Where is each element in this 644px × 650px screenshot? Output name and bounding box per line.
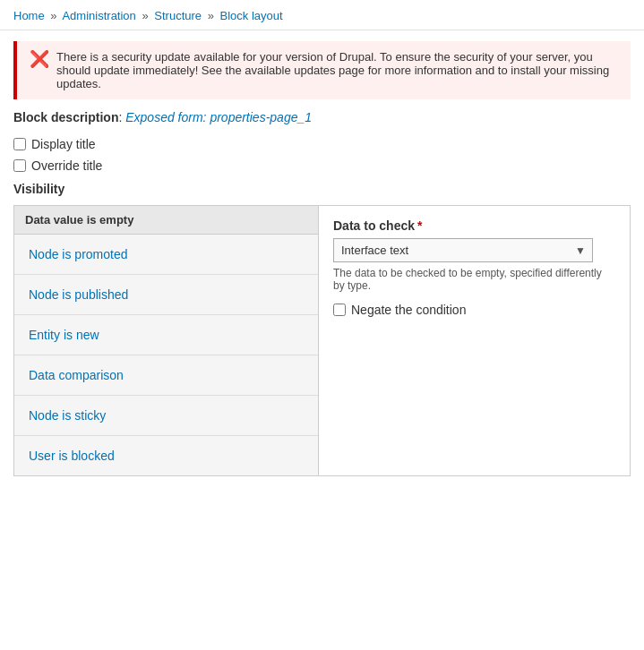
override-title-row: Override title	[13, 158, 631, 173]
block-description-value: Exposed form: properties-page_1	[125, 110, 312, 124]
list-item-entity-new[interactable]: Entity is new	[14, 315, 318, 355]
breadcrumb-administration[interactable]: Administration	[62, 9, 135, 22]
list-header: Data value is empty	[14, 206, 318, 235]
breadcrumb-structure[interactable]: Structure	[154, 9, 202, 22]
data-to-check-label: Data to check*	[333, 218, 615, 233]
breadcrumb-block-layout[interactable]: Block layout	[220, 9, 283, 22]
list-item-user-blocked[interactable]: User is blocked	[14, 436, 318, 475]
data-to-check-select[interactable]: Interface text Content Node title User r…	[333, 238, 593, 262]
list-item-data-comparison[interactable]: Data comparison	[14, 355, 318, 396]
display-title-label[interactable]: Display title	[31, 137, 96, 151]
alert-banner: ❌ There is a security update available f…	[13, 41, 631, 99]
page-content: Block description: Exposed form: propert…	[0, 110, 644, 476]
block-description-label: Block description	[13, 110, 118, 124]
block-description: Block description: Exposed form: propert…	[13, 110, 631, 124]
override-title-label[interactable]: Override title	[31, 158, 102, 173]
data-to-check-select-wrapper: Interface text Content Node title User r…	[333, 238, 593, 262]
breadcrumb-home[interactable]: Home	[13, 9, 45, 22]
data-to-check-description: The data to be checked to be empty, spec…	[333, 267, 615, 292]
visibility-container: Data value is empty Node is promoted Nod…	[13, 205, 631, 476]
display-title-checkbox[interactable]	[13, 138, 26, 150]
negate-label[interactable]: Negate the condition	[351, 303, 466, 317]
left-column: Data value is empty Node is promoted Nod…	[14, 206, 319, 475]
negate-row: Negate the condition	[333, 303, 615, 317]
list-item-node-sticky[interactable]: Node is sticky	[14, 396, 318, 436]
visibility-heading: Visibility	[13, 182, 631, 196]
breadcrumb: Home » Administration » Structure » Bloc…	[0, 0, 644, 30]
negate-checkbox[interactable]	[333, 304, 346, 316]
override-title-checkbox[interactable]	[13, 159, 26, 172]
breadcrumb-sep-2: »	[142, 9, 148, 22]
display-title-row: Display title	[13, 137, 631, 151]
alert-message: There is a security update available for…	[56, 50, 618, 90]
breadcrumb-sep-1: »	[50, 9, 56, 22]
list-item-node-promoted[interactable]: Node is promoted	[14, 235, 318, 275]
breadcrumb-sep-3: »	[208, 9, 214, 22]
list-item-node-published[interactable]: Node is published	[14, 275, 318, 315]
right-column: Data to check* Interface text Content No…	[319, 206, 630, 475]
required-indicator: *	[417, 218, 422, 233]
alert-icon: ❌	[30, 50, 49, 70]
